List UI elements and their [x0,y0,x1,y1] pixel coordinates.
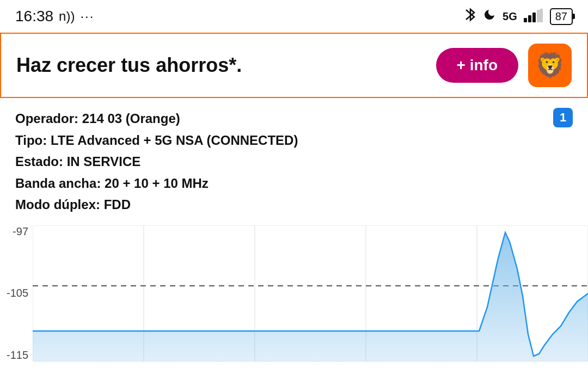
state-label: Estado: [15,154,63,169]
ad-banner: Haz crecer tus ahorros*. + info 🦁 [0,33,588,98]
bluetooth-icon [464,7,476,26]
signal-5g-label: 5G [503,10,517,23]
type-label: Tipo: [15,133,47,148]
svg-rect-2 [532,13,536,22]
battery-level: 87 [555,10,567,22]
duplex-line: Modo dúplex: FDD [15,194,573,216]
signal-chart: -97 -105 -115 [0,225,588,362]
status-left: 16:38 n)) ··· [15,8,94,25]
ad-text: Haz crecer tus ahorros*. [16,54,242,77]
bandwidth-line: Banda ancha: 20 + 10 + 10 MHz [15,173,573,194]
y-label-mid: -105 [0,287,32,299]
notification-badge: 1 [553,108,573,127]
network-info-panel: Operador: 214 03 (Orange) Tipo: LTE Adva… [0,98,588,220]
svg-rect-0 [524,18,527,22]
chart-svg [33,225,588,362]
status-bar: 16:38 n)) ··· 5G [0,0,588,33]
time-display: 16:38 [15,8,53,25]
nfc-icon: n)) [59,9,75,24]
svg-rect-4 [540,9,543,22]
bandwidth-label: Banda ancha: [15,176,101,191]
battery-indicator: 87 [550,8,573,25]
state-value: IN SERVICE [67,154,141,169]
chart-area-fill [33,232,588,362]
chart-svg-container [33,225,588,362]
duplex-label: Modo dúplex: [15,197,100,212]
info-button[interactable]: + info [436,48,518,83]
moon-icon [483,8,496,24]
ad-right: + info 🦁 [436,44,572,87]
type-value: LTE Advanced + 5G NSA (CONNECTED) [51,133,298,148]
lion-emoji: 🦁 [535,51,565,79]
y-label-bottom: -115 [0,349,32,362]
svg-rect-1 [528,15,531,22]
duplex-value: FDD [104,197,131,212]
state-line: Estado: IN SERVICE [15,151,573,173]
operator-value: 214 03 (Orange) [82,111,180,126]
lion-logo-icon[interactable]: 🦁 [528,44,572,87]
operator-label: Operador: [15,111,78,126]
bandwidth-value: 20 + 10 + 10 MHz [105,176,209,191]
chart-y-axis: -97 -105 -115 [0,225,32,362]
svg-rect-3 [537,10,540,22]
signal-bars-icon [524,8,543,24]
status-right: 5G 87 [464,7,573,26]
more-icon: ··· [80,9,94,24]
y-label-top: -97 [0,225,32,238]
type-line: Tipo: LTE Advanced + 5G NSA (CONNECTED) [15,130,573,151]
operator-line: Operador: 214 03 (Orange) [15,108,573,130]
